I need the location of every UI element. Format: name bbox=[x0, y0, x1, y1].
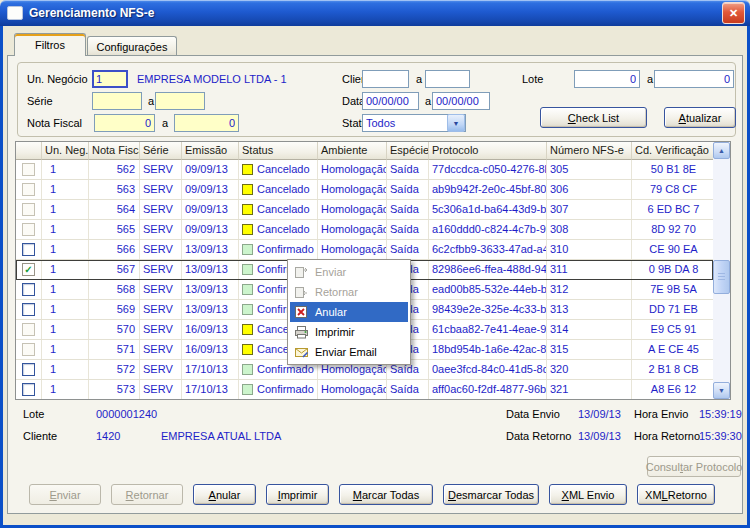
cell-cd-verificacao: 0 9B DA 8 bbox=[632, 260, 713, 279]
data-emissao-from-input[interactable] bbox=[362, 92, 419, 110]
cell-emissao: 13/09/13 bbox=[182, 260, 239, 279]
action-button-imprimir[interactable]: Imprimir bbox=[266, 484, 329, 505]
cell-emissao: 17/10/13 bbox=[182, 360, 239, 379]
table-row[interactable]: 1562SERV09/09/13CanceladoHomologaçãoSaíd… bbox=[16, 160, 713, 180]
status-square-icon bbox=[242, 284, 253, 295]
tab-configuracoes-label: Configurações bbox=[97, 41, 168, 53]
context-menu: EnviarRetornarAnularImprimirEnviar Email bbox=[287, 259, 411, 365]
context-menu-item-anular[interactable]: Anular bbox=[290, 302, 408, 322]
scroll-up-icon[interactable]: ▲ bbox=[713, 142, 730, 159]
cell-protocolo: 82986ee6-ffea-488d-946b bbox=[429, 260, 547, 279]
cell-cd-verificacao: 2 B1 8 CB bbox=[632, 360, 713, 379]
cell-numero-nfse: 320 bbox=[547, 360, 632, 379]
cell-numero-nfse: 311 bbox=[547, 260, 632, 279]
column-header-ambiente[interactable]: Ambiente bbox=[318, 142, 387, 160]
cell-ambiente: Homologação bbox=[318, 240, 387, 259]
table-row[interactable]: 1565SERV09/09/13CanceladoHomologaçãoSaíd… bbox=[16, 220, 713, 240]
column-header-s-rie[interactable]: Série bbox=[140, 142, 182, 160]
lote-to-input[interactable] bbox=[654, 70, 734, 88]
un-negocio-label: Un. Negócio bbox=[27, 70, 88, 88]
table-row[interactable]: 1563SERV09/09/13CanceladoHomologaçãoSaíd… bbox=[16, 180, 713, 200]
cliente-to-input[interactable] bbox=[425, 70, 470, 88]
context-menu-item-label: Imprimir bbox=[315, 326, 355, 338]
column-header-esp-cie[interactable]: Espécie bbox=[387, 142, 429, 160]
scrollbar-thumb[interactable] bbox=[713, 260, 730, 294]
row-checkbox[interactable] bbox=[22, 383, 35, 396]
cell-serie: SERV bbox=[140, 180, 182, 199]
un-negocio-company: EMPRESA MODELO LTDA - 1 bbox=[137, 70, 287, 88]
row-checkbox[interactable] bbox=[22, 363, 35, 376]
cell-numero-nfse: 306 bbox=[547, 180, 632, 199]
grid-header: Un. Neg.Nota FiscalSérieEmissãoStatusAmb… bbox=[16, 142, 713, 160]
nota-fiscal-to-input[interactable] bbox=[174, 114, 239, 132]
consultar-protocolo-button: Consultar Protocolo bbox=[647, 456, 741, 477]
serie-to-input[interactable] bbox=[155, 92, 205, 110]
action-button-xml-retorno[interactable]: XML Retorno bbox=[637, 484, 715, 505]
row-checkbox[interactable] bbox=[22, 303, 35, 316]
row-checkbox[interactable]: ✓ bbox=[22, 263, 35, 276]
column-header-nota-fiscal[interactable]: Nota Fiscal bbox=[89, 142, 140, 160]
nota-fiscal-range-separator: a bbox=[162, 114, 168, 132]
cell-emissao: 17/10/13 bbox=[182, 380, 239, 399]
status-label: Confirmado bbox=[257, 380, 314, 399]
annul-icon bbox=[292, 304, 310, 320]
send-icon bbox=[292, 264, 310, 280]
tab-filtros[interactable]: Filtros bbox=[14, 33, 86, 56]
cell-numero-nfse: 310 bbox=[547, 240, 632, 259]
cell-checkbox bbox=[16, 280, 42, 299]
status-square-icon bbox=[242, 224, 253, 235]
table-row[interactable]: 1564SERV09/09/13CanceladoHomologaçãoSaíd… bbox=[16, 200, 713, 220]
row-checkbox bbox=[22, 163, 35, 176]
cell-checkbox bbox=[16, 180, 42, 199]
action-button-anular[interactable]: Anular bbox=[193, 484, 256, 505]
atualizar-button[interactable]: Atualizar bbox=[664, 107, 736, 128]
table-row[interactable]: 1566SERV13/09/13ConfirmadoHomologaçãoSaí… bbox=[16, 240, 713, 260]
status-dropdown[interactable]: Todos ▼ bbox=[362, 114, 466, 132]
column-header-cd-verifica-o[interactable]: Cd. Verificação bbox=[632, 142, 713, 160]
action-button-marcar-todas[interactable]: Marcar Todas bbox=[339, 484, 433, 505]
cell-numero-nfse: 313 bbox=[547, 300, 632, 319]
lote-from-input[interactable] bbox=[574, 70, 640, 88]
status-square-icon bbox=[242, 384, 253, 395]
column-header-emiss-o[interactable]: Emissão bbox=[182, 142, 239, 160]
action-button-enviar: Enviar bbox=[29, 484, 101, 505]
cell-serie: SERV bbox=[140, 340, 182, 359]
close-button[interactable]: ✕ bbox=[722, 2, 745, 24]
cell-emissao: 09/09/13 bbox=[182, 220, 239, 239]
un-negocio-input[interactable] bbox=[92, 70, 128, 88]
row-checkbox[interactable] bbox=[22, 283, 35, 296]
column-header-status[interactable]: Status bbox=[239, 142, 318, 160]
nota-fiscal-from-input[interactable] bbox=[94, 114, 155, 132]
vertical-scrollbar[interactable]: ▲ ▼ bbox=[713, 142, 730, 399]
column-header-checkbox[interactable] bbox=[16, 142, 42, 160]
cell-emissao: 13/09/13 bbox=[182, 300, 239, 319]
context-menu-item-enviar-email[interactable]: Enviar Email bbox=[290, 342, 408, 362]
cell-checkbox bbox=[16, 200, 42, 219]
status-label: Cancelado bbox=[257, 180, 310, 199]
cell-emissao: 09/09/13 bbox=[182, 180, 239, 199]
context-menu-item-imprimir[interactable]: Imprimir bbox=[290, 322, 408, 342]
column-header-un-neg[interactable]: Un. Neg. bbox=[42, 142, 89, 160]
column-header-n-mero-nfs-e[interactable]: Número NFS-e bbox=[547, 142, 632, 160]
cell-cd-verificacao: 7E 9B 5A bbox=[632, 280, 713, 299]
tab-configuracoes[interactable]: Configurações bbox=[87, 36, 177, 56]
action-button-desmarcar-todas[interactable]: Desmarcar Todas bbox=[443, 484, 539, 505]
tab-panel-filtros: Un. Negócio EMPRESA MODELO LTDA - 1 Clie… bbox=[7, 55, 743, 514]
table-row[interactable]: 1573SERV17/10/13ConfirmadoHomologaçãoSaí… bbox=[16, 380, 713, 399]
scroll-down-icon[interactable]: ▼ bbox=[713, 382, 730, 399]
cell-ambiente: Homologação bbox=[318, 180, 387, 199]
hora-envio-label: Hora Envio bbox=[634, 407, 688, 421]
check-list-button[interactable]: Check List bbox=[540, 107, 647, 128]
row-checkbox bbox=[22, 323, 35, 336]
cell-status: Cancelado bbox=[239, 180, 318, 199]
cell-especie: Saída bbox=[387, 200, 429, 219]
cell-nota-fiscal: 573 bbox=[89, 380, 140, 399]
action-button-xml-envio[interactable]: XML Envio bbox=[549, 484, 627, 505]
row-checkbox[interactable] bbox=[22, 243, 35, 256]
cell-especie: Saída bbox=[387, 160, 429, 179]
serie-from-input[interactable] bbox=[92, 92, 142, 110]
cell-status: Cancelado bbox=[239, 160, 318, 179]
cliente-from-input[interactable] bbox=[362, 70, 409, 88]
column-header-protocolo[interactable]: Protocolo bbox=[429, 142, 547, 160]
data-emissao-to-input[interactable] bbox=[432, 92, 490, 110]
